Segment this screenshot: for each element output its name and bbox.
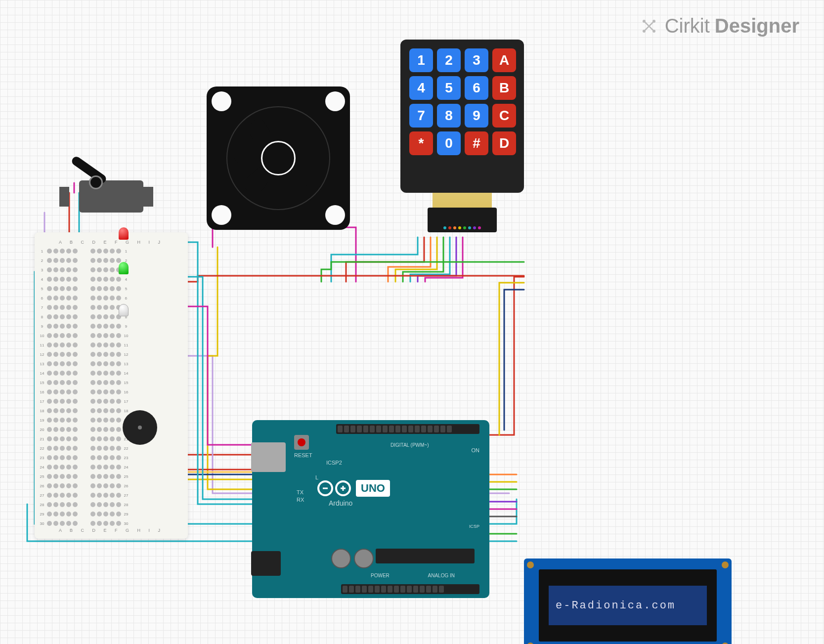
breadboard-row: 1818: [39, 406, 184, 415]
breadboard-row: 66: [39, 294, 184, 302]
tx-label: TX: [297, 489, 304, 495]
keypad-key-B[interactable]: B: [492, 76, 516, 100]
breadboard-row: 2626: [39, 481, 184, 490]
keypad-pin: [468, 226, 471, 229]
cirkit-logo-icon: [638, 15, 660, 37]
dc-fan[interactable]: [207, 86, 350, 230]
wire: [388, 237, 431, 282]
breadboard-col-labels-bottom: A B C D E F G H I J: [39, 528, 184, 533]
wire: [418, 237, 456, 282]
icsp-label: ICSP: [469, 524, 479, 529]
wire: [425, 237, 463, 282]
wire: [331, 237, 418, 282]
rx-label: RX: [297, 497, 304, 503]
circuit-canvas: Cirkit Designer 123A456B789C*0#D: [0, 0, 824, 644]
keypad-key-5[interactable]: 5: [437, 76, 461, 100]
keypad-pin: [458, 226, 461, 229]
breadboard-row: 2929: [39, 510, 184, 518]
keypad-key-0[interactable]: 0: [437, 131, 461, 155]
analog-label: ANALOG IN: [428, 573, 455, 578]
icsp2-label: ICSP2: [326, 460, 342, 466]
i2c-lcd[interactable]: e-Radionica.com: [524, 558, 732, 644]
breadboard-row: 88: [39, 312, 184, 321]
green-led[interactable]: [119, 262, 129, 279]
wire: [410, 237, 450, 282]
wire: [395, 237, 437, 282]
keypad-key-4[interactable]: 4: [409, 76, 433, 100]
breadboard-row: 3030: [39, 519, 184, 528]
breadboard-row: 1212: [39, 350, 184, 359]
keypad-key-*[interactable]: *: [409, 131, 433, 155]
breadboard-row: 1313: [39, 359, 184, 368]
breadboard-row: 1616: [39, 387, 184, 396]
arduino-uno[interactable]: RESET ICSP2 TX RX L ON DIGITAL (PWM~) PO…: [252, 420, 489, 598]
breadboard-row: 1414: [39, 369, 184, 378]
reset-button[interactable]: [294, 435, 309, 450]
usb-port: [251, 442, 286, 472]
reset-label: RESET: [294, 452, 312, 458]
keypad-key-9[interactable]: 9: [465, 104, 488, 128]
wire: [321, 262, 524, 282]
keypad-pin: [473, 226, 476, 229]
white-led[interactable]: [119, 304, 129, 321]
power-label: POWER: [371, 573, 390, 578]
power-jack: [251, 551, 281, 576]
micro-servo[interactable]: [59, 163, 153, 213]
power-analog-header[interactable]: [341, 584, 479, 594]
breadboard-row: 2525: [39, 472, 184, 481]
keypad-key-A[interactable]: A: [492, 48, 516, 72]
breadboard-row: 77: [39, 303, 184, 312]
keypad-pin: [478, 226, 481, 229]
keypad-key-7[interactable]: 7: [409, 104, 433, 128]
uno-badge: UNO: [356, 480, 390, 497]
breadboard-row: 2222: [39, 444, 184, 453]
wire: [213, 227, 356, 282]
watermark: Cirkit Designer: [638, 15, 799, 37]
breadboard-row: 44: [39, 275, 184, 284]
breadboard-row: 1717: [39, 397, 184, 406]
keypad-key-3[interactable]: 3: [465, 48, 488, 72]
atmega-chip: [376, 549, 475, 563]
breadboard-row: 1919: [39, 416, 184, 425]
breadboard-row: 55: [39, 284, 184, 293]
breadboard-row: 22: [39, 256, 184, 265]
keypad-pin: [463, 226, 466, 229]
red-led[interactable]: [119, 227, 129, 245]
breadboard-row: 99: [39, 322, 184, 331]
breadboard-row: 1010: [39, 331, 184, 340]
wire: [504, 290, 524, 430]
wire: [346, 237, 424, 282]
digital-label: DIGITAL (PWM~): [390, 442, 429, 448]
keypad-key-#[interactable]: #: [465, 131, 488, 155]
breadboard-row: 2323: [39, 453, 184, 462]
breadboard-row: 2828: [39, 500, 184, 509]
wire: [499, 283, 524, 435]
breadboard-row: 2121: [39, 434, 184, 443]
on-label: ON: [472, 447, 480, 453]
keypad-pin: [453, 226, 456, 229]
keypad-key-1[interactable]: 1: [409, 48, 433, 72]
keypad-connector: [428, 208, 497, 232]
keypad-key-C[interactable]: C: [492, 104, 516, 128]
wire: [403, 237, 443, 282]
breadboard-row: 33: [39, 265, 184, 274]
breadboard[interactable]: A B C D E F G H I J 11223344556677889910…: [35, 232, 188, 539]
watermark-product: Designer: [715, 15, 799, 37]
watermark-brand: Cirkit: [665, 15, 710, 37]
keypad-key-2[interactable]: 2: [437, 48, 461, 72]
keypad-key-6[interactable]: 6: [465, 76, 488, 100]
breadboard-row: 1515: [39, 378, 184, 387]
piezo-buzzer[interactable]: [123, 410, 157, 445]
breadboard-row: 2020: [39, 425, 184, 434]
keypad-pin: [443, 226, 446, 229]
digital-header[interactable]: [336, 424, 479, 434]
breadboard-col-labels-top: A B C D E F G H I J: [39, 240, 184, 245]
breadboard-row: 2727: [39, 491, 184, 500]
arduino-logo: UNO: [316, 479, 390, 497]
breadboard-row: 1111: [39, 341, 184, 349]
membrane-keypad[interactable]: 123A456B789C*0#D: [400, 40, 524, 193]
keypad-key-8[interactable]: 8: [437, 104, 461, 128]
arduino-infinity-icon: [316, 479, 352, 497]
keypad-pin: [448, 226, 451, 229]
keypad-key-D[interactable]: D: [492, 131, 516, 155]
